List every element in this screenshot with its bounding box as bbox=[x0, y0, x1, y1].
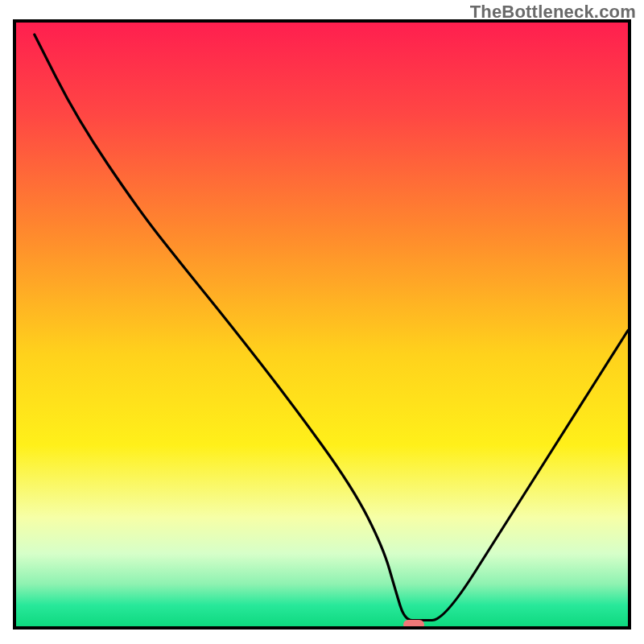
chart-container: TheBottleneck.com bbox=[0, 0, 644, 644]
plot-background bbox=[16, 23, 628, 626]
bottleneck-plot bbox=[0, 0, 644, 644]
watermark-text: TheBottleneck.com bbox=[470, 2, 636, 23]
